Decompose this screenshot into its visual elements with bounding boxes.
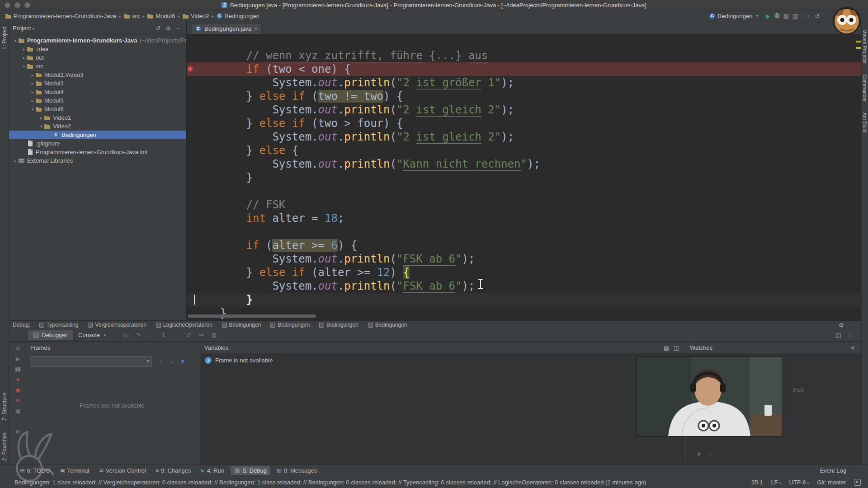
code-line[interactable]: } else if (two > four) {	[187, 117, 861, 130]
tree-toggle-icon[interactable]: ▾	[21, 64, 27, 69]
debug-content-tab[interactable]: Bedingungen	[315, 321, 363, 329]
tree-item[interactable]: ▾Video2	[9, 122, 186, 131]
breadcrumb-item[interactable]: Programmieren-lernen-Grundkurs-Java	[5, 12, 117, 20]
menu-icon[interactable]: ≡	[846, 332, 855, 338]
debug-content-tab[interactable]: Vergleichsoperatoren	[83, 321, 151, 329]
code-line[interactable]: }	[187, 293, 861, 306]
code-line[interactable]	[187, 184, 861, 198]
debug-content-tab[interactable]: Bedingungen	[217, 321, 266, 329]
code-line[interactable]: }	[187, 171, 861, 184]
tree-toggle-icon[interactable]: ▸	[21, 47, 27, 52]
debug-icon[interactable]	[773, 12, 782, 20]
code-line[interactable]: int alter = 18;	[187, 211, 861, 225]
code-line[interactable]: System.out.println("Kann nicht rechnen")…	[187, 157, 861, 171]
error-stripe-mark[interactable]	[856, 41, 861, 42]
tree-toggle-icon[interactable]: ▾	[13, 38, 18, 43]
tab-debugger[interactable]: Debugger	[28, 330, 73, 340]
watches-menu-icon[interactable]: ≡	[848, 344, 857, 351]
collapse-all-icon[interactable]: −	[174, 25, 183, 32]
debug-content-tab[interactable]: Bedingungen	[266, 321, 315, 329]
tree-toggle-icon[interactable]: ▸	[30, 73, 35, 77]
add-watch-button[interactable]: +	[694, 450, 703, 458]
previous-frame-icon[interactable]: ↑	[156, 358, 165, 365]
restore-layout-icon[interactable]: ▦	[14, 408, 22, 414]
error-stripe-mark[interactable]	[856, 47, 861, 49]
tree-item[interactable]: ▸Modul4	[9, 88, 186, 96]
mute-breakpoints-icon[interactable]: ⊘	[14, 397, 22, 404]
stripe-button[interactable]: 1: Project	[1, 27, 8, 50]
project-view-select[interactable]: Project	[13, 25, 34, 32]
vcs-rollback-icon[interactable]: ↺	[813, 13, 822, 19]
run-configuration-select[interactable]: Bedingungen	[707, 12, 761, 20]
profiler-icon[interactable]: ▥	[791, 13, 800, 19]
stripe-button[interactable]: Commander	[862, 75, 868, 102]
layout-icon[interactable]: ▤	[834, 332, 843, 338]
remove-watch-button[interactable]: −	[706, 450, 715, 458]
code-editor[interactable]: // wenn xyz zutrifft, führe {...} aus if…	[187, 34, 861, 320]
code-line[interactable]: System.out.println("2 ist größer 1");	[187, 76, 861, 89]
tree-item[interactable]: .gitignore	[9, 139, 186, 148]
toolwindow-button-debug[interactable]: 5: Debug	[231, 466, 270, 475]
tree-toggle-icon[interactable]: ▸	[30, 81, 35, 86]
layout-settings-icon[interactable]: ▤	[662, 344, 671, 351]
debug-content-tab[interactable]: Typencasting	[35, 321, 84, 329]
run-to-cursor-icon[interactable]: ⇒	[197, 332, 206, 338]
tree-toggle-icon[interactable]: ▸	[38, 116, 44, 120]
tree-item[interactable]: ▾src	[9, 62, 186, 70]
settings-icon[interactable]: ⚙	[164, 25, 173, 32]
vcs-branch-widget[interactable]: Git: master	[817, 479, 846, 486]
code-line[interactable]: } else {	[187, 144, 861, 157]
stripe-button[interactable]: 7: Structure	[1, 393, 8, 421]
code-line[interactable]: }	[187, 306, 861, 320]
code-line[interactable]: System.out.println("2 ist gleich 2");	[187, 130, 861, 144]
settings-icon[interactable]: ⚙	[837, 322, 846, 328]
breadcrumb-item[interactable]: Modul6	[146, 12, 176, 20]
tree-toggle-icon[interactable]: ▸	[13, 159, 18, 163]
event-log-button[interactable]: Event Log	[820, 467, 862, 474]
toolwindow-button-run[interactable]: ▶4: Run	[198, 466, 228, 475]
filter-frames-icon[interactable]: ▼	[178, 358, 187, 365]
thread-selector[interactable]	[30, 356, 152, 367]
tree-item[interactable]: ▸.idea	[9, 45, 186, 53]
step-out-icon[interactable]: ↑	[171, 332, 180, 338]
line-separator-widget[interactable]: LF	[771, 479, 781, 486]
tree-toggle-icon[interactable]: ▸	[21, 56, 27, 60]
code-line[interactable]: // wenn xyz zutrifft, führe {...} aus	[187, 49, 861, 62]
tree-toggle-icon[interactable]: ▾	[38, 124, 44, 129]
stripe-button[interactable]: Ant Build	[862, 113, 868, 132]
step-over-icon[interactable]: ↷	[133, 332, 142, 338]
tree-item[interactable]: Programmieren-lernen-Grundkurs-Java.iml	[9, 148, 186, 156]
horizontal-scrollbar[interactable]	[188, 314, 316, 318]
tree-item[interactable]: ▸Modul2.Video3	[9, 70, 186, 79]
tree-item[interactable]: ▸Video1	[9, 113, 186, 122]
code-line[interactable]: // FSK	[187, 198, 861, 211]
caret-position-widget[interactable]: 35:1	[751, 479, 763, 486]
tree-item[interactable]: Bedingungen	[9, 131, 186, 139]
breadcrumb-item[interactable]: Bedingungen	[216, 12, 260, 20]
drop-frame-icon[interactable]: ↺	[184, 332, 193, 338]
synchronize-icon[interactable]: ↺	[154, 25, 163, 32]
toolwindow-button-version-control[interactable]: ⇄Version Control	[95, 466, 149, 475]
toolwindow-button-messages[interactable]: ▥0: Messages	[273, 466, 321, 475]
tree-toggle-icon[interactable]: ▸	[30, 90, 35, 94]
next-frame-icon[interactable]: ↓	[167, 358, 176, 365]
vcs-update-icon[interactable]: ↓	[804, 13, 813, 19]
editor-tab-bedingungen[interactable]: Bedingungen.java	[191, 23, 262, 34]
tree-item[interactable]: ▸External Libraries	[9, 156, 186, 165]
evaluate-expression-icon[interactable]: ▦	[209, 332, 218, 338]
view-breakpoints-icon[interactable]: ◉	[14, 387, 22, 393]
step-into-icon[interactable]: ↓	[146, 332, 155, 338]
stop-icon[interactable]: ■	[14, 376, 22, 383]
code-line[interactable]: if (alter >= 6) {	[187, 239, 861, 252]
tree-item[interactable]: ▾Modul6	[9, 105, 186, 113]
run-icon[interactable]: ▶	[764, 13, 773, 19]
pause-icon[interactable]: ▮▮	[14, 366, 22, 372]
rerun-icon[interactable]: ↺	[14, 345, 22, 352]
close-tab-icon[interactable]	[254, 25, 258, 32]
code-line[interactable]: System.out.println("FSK ab 6");	[187, 279, 861, 293]
code-line[interactable]: System.out.println("FSK ab 6");	[187, 252, 861, 266]
code-line[interactable]	[187, 225, 861, 239]
stripe-button[interactable]: Maven Projects	[862, 29, 868, 64]
code-line[interactable]: } else if (alter >= 12) {	[187, 266, 861, 279]
hector-icon[interactable]	[854, 479, 861, 486]
